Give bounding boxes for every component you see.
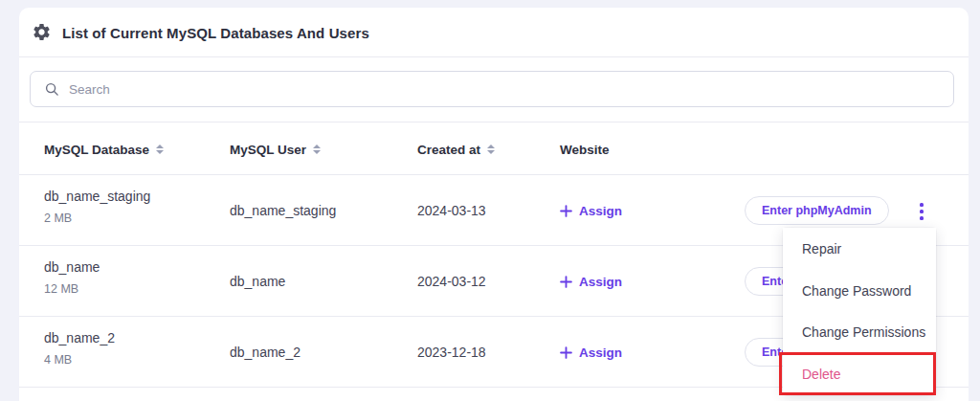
assign-label: Assign — [579, 345, 622, 360]
column-header-created-at[interactable]: Created at — [417, 123, 495, 176]
database-size: 12 MB — [44, 282, 78, 296]
database-size: 4 MB — [44, 353, 72, 367]
database-name: db_name_2 — [44, 330, 115, 345]
column-header-mysql-user[interactable]: MySQL User — [230, 123, 321, 176]
page-title: List of Current MySQL Databases And User… — [62, 8, 369, 57]
column-label: Website — [560, 143, 610, 157]
enter-phpmyadmin-button[interactable]: Enter phpMyAdmin — [745, 196, 889, 225]
search-box[interactable] — [30, 71, 954, 107]
mysql-user-cell: db_name_staging — [230, 175, 336, 246]
menu-item-change-permissions[interactable]: Change Permissions — [783, 312, 936, 354]
card-header: List of Current MySQL Databases And User… — [19, 8, 969, 57]
assign-website-link[interactable]: Assign — [560, 317, 622, 388]
assign-label: Assign — [579, 204, 622, 218]
mysql-user-cell: db_name_2 — [230, 317, 301, 388]
created-at-cell: 2024-03-13 — [417, 175, 486, 246]
column-label: MySQL User — [230, 143, 306, 157]
column-header-mysql-database[interactable]: MySQL Database — [44, 123, 164, 176]
plus-icon — [560, 346, 572, 359]
database-name: db_name — [44, 259, 100, 275]
menu-item-repair[interactable]: Repair — [783, 228, 936, 270]
assign-label: Assign — [579, 275, 622, 289]
sort-icon[interactable] — [313, 145, 321, 154]
column-header-website: Website — [560, 123, 610, 176]
created-at-cell: 2023-12-18 — [417, 317, 486, 388]
plus-icon — [560, 276, 572, 288]
row-actions-menu: Repair Change Password Change Permission… — [783, 228, 936, 395]
menu-item-delete[interactable]: Delete — [783, 353, 936, 395]
page: List of Current MySQL Databases And User… — [0, 0, 980, 401]
gear-icon — [32, 22, 52, 42]
sort-icon[interactable] — [487, 145, 495, 154]
plus-icon — [560, 205, 572, 217]
table-header: MySQL Database MySQL User Created at Web… — [19, 122, 969, 175]
kebab-menu-icon[interactable] — [915, 198, 928, 225]
assign-website-link[interactable]: Assign — [560, 175, 622, 246]
sort-icon[interactable] — [156, 145, 164, 154]
database-size: 2 MB — [44, 212, 72, 225]
database-name: db_name_staging — [44, 189, 150, 204]
search-icon — [45, 82, 59, 97]
assign-website-link[interactable]: Assign — [560, 246, 622, 317]
search-input[interactable] — [69, 82, 911, 97]
mysql-user-cell: db_name — [230, 246, 285, 317]
column-label: Created at — [417, 143, 480, 157]
menu-item-change-password[interactable]: Change Password — [783, 270, 936, 312]
created-at-cell: 2024-03-12 — [417, 246, 486, 317]
column-label: MySQL Database — [44, 143, 149, 157]
